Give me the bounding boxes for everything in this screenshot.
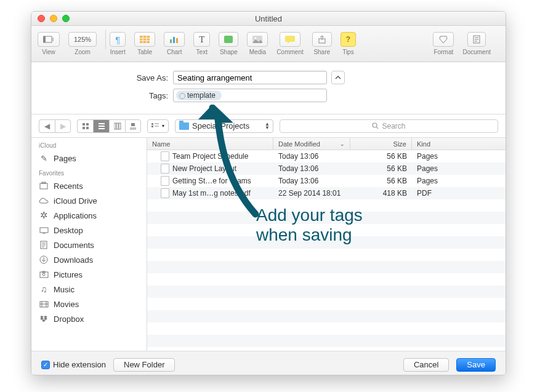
- column-date[interactable]: Date Modified⌄: [273, 138, 350, 150]
- tips-button[interactable]: ?: [341, 32, 356, 47]
- annotation-text: Add your tags when saving: [256, 206, 363, 245]
- table-row[interactable]: [147, 310, 506, 322]
- save-button[interactable]: Save: [456, 358, 496, 372]
- checkbox-icon: ✓: [41, 361, 50, 369]
- svg-rect-17: [119, 123, 121, 129]
- table-row[interactable]: [147, 298, 506, 310]
- media-button[interactable]: [247, 32, 268, 47]
- table-row[interactable]: New Project LayoutToday 13:0656 KBPages: [147, 162, 506, 175]
- forward-button[interactable]: ▶: [55, 119, 71, 133]
- documents-icon: [39, 240, 49, 250]
- pages-icon: ✎: [39, 153, 49, 163]
- svg-rect-1: [43, 36, 46, 42]
- shape-button[interactable]: [219, 32, 238, 47]
- table-row[interactable]: [147, 322, 506, 335]
- format-button[interactable]: [433, 32, 454, 47]
- applications-icon: ✲: [39, 210, 49, 220]
- comment-button[interactable]: [280, 32, 300, 47]
- svg-rect-24: [40, 228, 48, 233]
- insert-button[interactable]: ¶: [110, 32, 126, 47]
- tag-pill[interactable]: template: [176, 90, 222, 100]
- table-row[interactable]: [147, 286, 506, 298]
- svg-rect-11: [83, 123, 85, 126]
- hide-extension-checkbox[interactable]: ✓ Hide extension: [41, 360, 106, 369]
- back-button[interactable]: ◀: [39, 119, 55, 133]
- column-size[interactable]: Size: [350, 138, 412, 150]
- table-button[interactable]: [134, 32, 155, 47]
- table-row[interactable]: [147, 249, 506, 261]
- dropbox-icon: [39, 314, 49, 324]
- save-as-label: Save As:: [31, 73, 173, 82]
- svg-rect-3: [170, 39, 172, 43]
- sidebar-item-pages[interactable]: ✎Pages: [31, 151, 147, 166]
- table-row[interactable]: May 1st m…g notes.pdf22 Sep 2014 18:0141…: [147, 187, 506, 199]
- save-as-input[interactable]: [173, 71, 327, 84]
- tags-input[interactable]: template: [173, 89, 327, 102]
- search-field[interactable]: Search: [280, 119, 498, 133]
- table-row[interactable]: [147, 261, 506, 273]
- search-icon: [372, 122, 379, 129]
- column-kind[interactable]: Kind: [412, 138, 506, 150]
- sidebar-item-downloads[interactable]: Downloads: [31, 252, 147, 267]
- file-icon: [161, 151, 169, 161]
- window-title: Untitled: [31, 14, 506, 23]
- chart-button[interactable]: [164, 32, 185, 47]
- sidebar-item-pictures[interactable]: Pictures: [31, 267, 147, 282]
- svg-point-28: [42, 273, 45, 276]
- zoom-button[interactable]: 125%: [68, 32, 97, 47]
- app-toolbar: View 125% Zoom ¶ Insert Table Chart T Te…: [31, 26, 506, 62]
- svg-rect-18: [131, 123, 135, 126]
- sidebar-section-favorites: Favorites: [31, 166, 147, 178]
- icon-view-button[interactable]: [77, 119, 93, 133]
- svg-rect-16: [116, 123, 118, 129]
- file-list[interactable]: Team Project ScheduleToday 13:0656 KBPag…: [147, 150, 506, 351]
- zoom-label: Zoom: [75, 49, 91, 55]
- sidebar-item-desktop[interactable]: Desktop: [31, 223, 147, 238]
- coverflow-view-button[interactable]: [125, 119, 141, 133]
- svg-point-21: [373, 123, 377, 127]
- sidebar-item-music[interactable]: ♫Music: [31, 282, 147, 297]
- cloud-icon: [39, 196, 49, 206]
- share-button[interactable]: [312, 32, 332, 47]
- group-by-button[interactable]: ▾: [147, 119, 169, 133]
- list-view-button[interactable]: [93, 119, 109, 133]
- file-icon: [161, 188, 169, 198]
- music-icon: ♫: [39, 284, 49, 294]
- cancel-button[interactable]: Cancel: [403, 358, 449, 372]
- back-forward-buttons: ◀ ▶: [39, 119, 71, 133]
- svg-rect-4: [173, 37, 175, 43]
- collapse-button[interactable]: [331, 71, 345, 84]
- sidebar-item-movies[interactable]: Movies: [31, 297, 147, 311]
- title-bar[interactable]: Untitled: [31, 12, 506, 26]
- view-button[interactable]: [38, 32, 60, 47]
- svg-rect-14: [86, 127, 89, 129]
- document-button[interactable]: [467, 32, 486, 47]
- table-row[interactable]: [147, 273, 506, 286]
- sidebar-item-dropbox[interactable]: Dropbox: [31, 311, 147, 326]
- svg-rect-2: [140, 36, 150, 43]
- sidebar-item-applications[interactable]: ✲Applications: [31, 208, 147, 223]
- svg-rect-15: [114, 123, 116, 129]
- movies-icon: [39, 299, 49, 309]
- tags-label: Tags:: [31, 91, 173, 100]
- sidebar: iCloud ✎Pages Favorites Recents iCloud D…: [31, 138, 147, 351]
- table-row[interactable]: [147, 335, 506, 347]
- file-icon: [161, 176, 169, 186]
- sidebar-item-icloud-drive[interactable]: iCloud Drive: [31, 193, 147, 208]
- sidebar-section-icloud: iCloud: [31, 138, 147, 151]
- svg-rect-19: [151, 123, 153, 125]
- sidebar-item-recents[interactable]: Recents: [31, 178, 147, 193]
- recents-icon: [39, 181, 49, 191]
- svg-rect-23: [42, 182, 46, 183]
- svg-point-7: [255, 38, 257, 39]
- column-view-button[interactable]: [109, 119, 125, 133]
- table-row[interactable]: Getting St…e for TeamsToday 13:0656 KBPa…: [147, 175, 506, 187]
- column-name[interactable]: Name: [147, 138, 273, 150]
- location-name: Special Projects: [192, 121, 249, 130]
- new-folder-button[interactable]: New Folder: [113, 358, 175, 372]
- location-popup-button[interactable]: Special Projects ▲▼: [175, 119, 273, 133]
- file-icon: [161, 164, 169, 174]
- table-row[interactable]: Team Project ScheduleToday 13:0656 KBPag…: [147, 150, 506, 162]
- sidebar-item-documents[interactable]: Documents: [31, 238, 147, 252]
- text-button[interactable]: T: [193, 32, 210, 47]
